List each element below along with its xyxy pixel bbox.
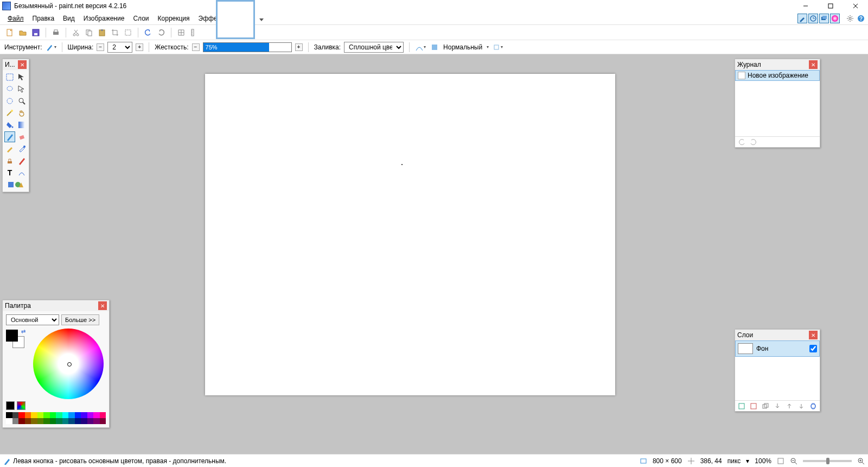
delete-layer-icon[interactable] [749,402,758,411]
tools-window-close-icon[interactable]: ✕ [18,60,27,69]
settings-icon[interactable] [845,14,855,23]
colors-toggle-icon[interactable] [830,14,840,23]
history-item[interactable]: Новое изображение [735,70,820,81]
move-up-icon[interactable] [785,402,794,411]
layer-name: Фон [756,345,768,352]
color-picker-tool[interactable] [16,143,27,154]
move-pixels-tool[interactable] [16,84,27,94]
crop-icon[interactable] [110,27,120,38]
width-increment[interactable]: + [136,43,143,51]
undo-icon[interactable] [143,27,154,38]
zoom-slider[interactable] [803,460,852,462]
status-tool-icon [3,457,11,465]
colors-window-close-icon[interactable]: ✕ [98,301,107,310]
paintbrush-tool[interactable] [4,131,15,142]
svg-rect-21 [34,33,37,35]
magic-wand-tool[interactable] [4,108,15,118]
palette-menu-icon[interactable] [17,401,25,410]
status-unit-label[interactable]: пикс [727,457,741,465]
rect-select-tool[interactable] [4,72,15,83]
zoom-tool[interactable] [16,96,27,106]
layer-properties-icon[interactable] [809,402,818,411]
duplicate-layer-icon[interactable] [761,402,770,411]
palette-strip[interactable] [6,412,106,424]
line-tool[interactable] [16,167,27,178]
pencil-tool[interactable] [4,143,15,154]
history-toggle-icon[interactable] [808,14,818,23]
grid-icon[interactable] [176,27,187,38]
antialias-icon[interactable]: ▾ [415,42,426,53]
menu-layers[interactable]: Слои [129,12,153,24]
pan-tool[interactable] [16,108,27,118]
black-swatch-icon[interactable] [6,401,15,410]
blend-dropdown-icon[interactable]: ▾ [487,45,489,49]
ruler-icon[interactable] [189,27,200,38]
layer-item[interactable]: Фон [735,340,820,357]
recolor-tool[interactable] [16,155,27,166]
minimize-button[interactable] [793,0,818,12]
redo-icon[interactable] [156,27,167,38]
svg-point-63 [811,404,815,408]
width-decrement[interactable]: − [97,43,104,51]
menu-image[interactable]: Изображение [79,12,129,24]
gradient-tool[interactable] [16,119,27,130]
menu-adjustments[interactable]: Коррекция [154,12,194,24]
history-undo-icon[interactable] [738,138,746,146]
add-layer-icon[interactable] [737,402,746,411]
zoom-out-icon[interactable] [790,457,797,465]
svg-rect-45 [7,74,13,80]
maximize-button[interactable] [818,0,843,12]
tools-toggle-icon[interactable] [797,14,807,23]
fit-window-icon[interactable] [777,457,784,465]
brush-width-input[interactable]: 2 [107,42,132,53]
merge-down-icon[interactable] [773,402,782,411]
unit-dropdown-icon[interactable]: ▾ [746,457,749,465]
more-colors-button[interactable]: Больше >> [61,314,99,325]
document-thumbnail[interactable] [216,0,255,39]
shapes-tool[interactable] [4,179,27,190]
menu-view[interactable]: Вид [59,12,79,24]
current-tool-icon[interactable]: ▾ [46,42,56,53]
clone-stamp-tool[interactable] [4,155,15,166]
svg-line-14 [852,20,853,21]
move-selection-tool[interactable] [16,72,27,83]
close-button[interactable] [843,0,868,12]
paint-bucket-tool[interactable] [4,119,15,130]
history-window-close-icon[interactable]: ✕ [809,60,818,69]
blend-mode-icon[interactable] [429,42,440,53]
copy-icon[interactable] [84,27,94,38]
deselect-icon[interactable] [123,27,133,38]
ellipse-select-tool[interactable] [4,96,15,106]
new-file-icon[interactable] [4,27,15,38]
eraser-tool[interactable] [16,131,27,142]
hardness-decrement[interactable]: − [192,43,200,51]
paste-icon[interactable] [97,27,107,38]
menu-edit[interactable]: Правка [28,12,59,24]
menu-bar: Файл Правка Вид Изображение Слои Коррекц… [0,12,868,25]
hardness-increment[interactable]: + [295,43,303,51]
menu-file[interactable]: Файл [3,12,28,24]
fill-select[interactable]: Сплошной цвет [344,42,404,53]
swap-colors-icon[interactable]: ⇄ [21,329,25,335]
layers-toggle-icon[interactable] [819,14,829,23]
hardness-slider[interactable]: 75% [203,42,292,52]
lasso-tool[interactable] [4,84,15,94]
zoom-in-icon[interactable] [857,457,865,465]
open-file-icon[interactable] [17,27,28,38]
canvas[interactable] [205,74,615,395]
color-mode-select[interactable]: Основной [6,314,59,325]
cut-icon[interactable] [71,27,81,38]
layers-window-close-icon[interactable]: ✕ [809,331,818,339]
layer-visibility-checkbox[interactable] [809,345,817,352]
sampling-icon[interactable]: ▾ [492,42,503,53]
primary-color-swatch[interactable] [6,330,18,342]
print-icon[interactable] [50,27,61,38]
save-file-icon[interactable] [30,27,41,38]
text-tool[interactable]: T [4,167,15,178]
document-list-dropdown-icon[interactable] [258,16,265,23]
help-icon[interactable]: ? [856,14,866,23]
move-down-icon[interactable] [797,402,806,411]
history-redo-icon[interactable] [749,138,757,146]
svg-line-49 [23,102,25,104]
width-label: Ширина: [68,43,94,51]
